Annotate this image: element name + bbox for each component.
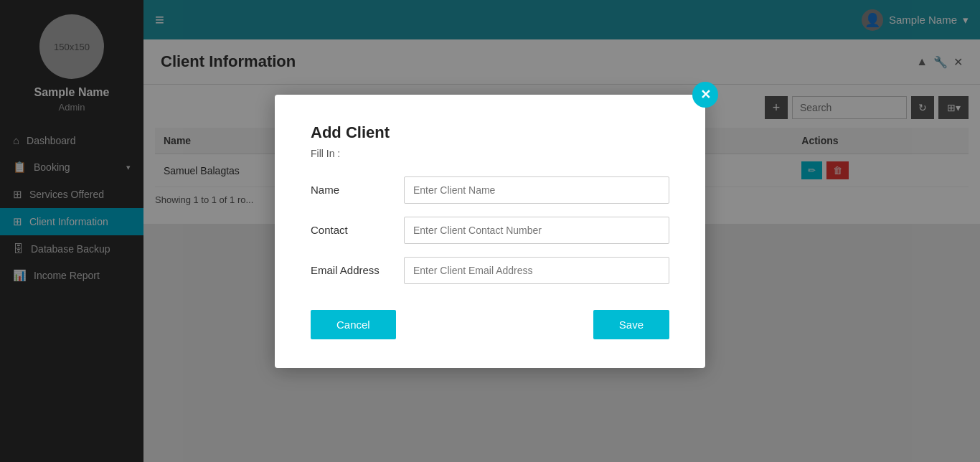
modal-actions: Cancel Save (311, 310, 669, 339)
label-contact: Contact (311, 224, 404, 236)
modal-close-button[interactable]: ✕ (692, 82, 718, 108)
modal-title: Add Client (311, 123, 669, 142)
client-contact-input[interactable] (404, 217, 669, 244)
label-name: Name (311, 184, 404, 196)
form-row-contact: Contact (311, 217, 669, 244)
form-row-name: Name (311, 176, 669, 204)
save-button[interactable]: Save (593, 310, 669, 339)
client-email-input[interactable] (404, 257, 669, 284)
label-email: Email Address (311, 264, 404, 276)
cancel-button[interactable]: Cancel (311, 310, 396, 339)
modal-subtitle: Fill In : (311, 148, 669, 159)
client-name-input[interactable] (404, 176, 669, 204)
form-row-email: Email Address (311, 257, 669, 284)
add-client-modal: ✕ Add Client Fill In : Name Contact Emai… (275, 95, 705, 368)
modal-overlay: ✕ Add Client Fill In : Name Contact Emai… (0, 0, 980, 462)
